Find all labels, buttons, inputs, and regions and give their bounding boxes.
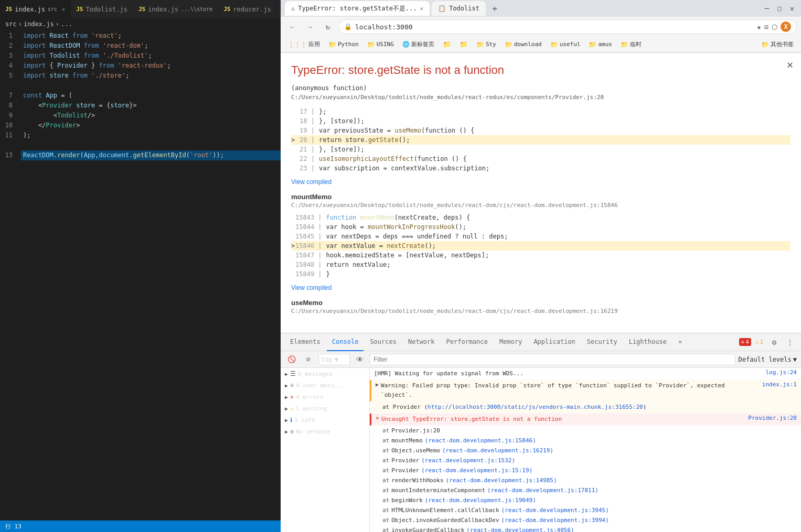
error-close-button[interactable]: ✕ [787,58,793,71]
bookmark-download[interactable]: 📁 download [501,40,545,49]
chevron-down-icon: ▼ [793,356,797,363]
js-icon-4: JS [223,6,230,13]
browser-chrome: ⚠ TypeError: store.getState不是... ✕ 📋 Tod… [281,0,801,53]
devtools-tab-application[interactable]: Application [528,333,580,351]
hmr-source[interactable]: log.js:24 [765,369,797,376]
tab-favicon-2: 📋 [438,5,446,12]
console-group-info[interactable]: ▶ ℹ 1 info [281,414,369,426]
devtools-more-btn[interactable]: ⋮ [783,335,797,349]
bookmark-amus[interactable]: 📁 amus [585,40,615,49]
console-group-errors[interactable]: ▶ ✕ 4 errors [281,391,369,403]
stack-path-2: C:/Users/xueyuanxin/Desktop/todolist/nod… [291,202,791,209]
arrow-icon-4: ▶ [285,405,288,411]
maximize-btn[interactable]: □ [775,4,784,13]
uncaught-source[interactable]: Provider.js:20 [748,415,797,421]
devtools-tab-security[interactable]: Security [582,333,623,351]
provider-link[interactable]: http://localhost:3000/static/js/vendors-… [428,404,643,410]
lock-icon: 🔒 [344,23,352,30]
trace-line-2: at mountMemo (react-dom.development.js:1… [370,436,801,446]
tab-index-js-active[interactable]: JS index.js src ✕ [0,0,71,18]
trace-link-8[interactable]: (react-dom.development.js:19049) [425,496,536,505]
console-group-user[interactable]: ▶ ⊙ 4 user mess... [281,379,369,391]
tab-todolist-js[interactable]: JS Todolist.js [71,0,133,18]
bookmark-yellow[interactable]: 📁 [456,39,471,49]
browser-tab-todolist[interactable]: 📋 Todolist [432,1,486,16]
tab-sources-label: Sources [370,338,397,345]
back-button[interactable]: ← [285,19,300,34]
verbose-icon: ⚙ [290,428,294,435]
arrow-icon: ▶ [285,371,288,377]
bookmarks-bar: ⋮⋮⋮ 应用 📁 Python 📁 USING 🌐 新标签页 📁 📁 [281,37,801,52]
trace-link-2[interactable]: (react-dom.development.js:15846) [425,436,536,445]
trace-link-3[interactable]: (react-dom.development.js:16219) [442,446,553,455]
group-icon: ⊙ [290,382,294,389]
view-compiled-link-1[interactable]: View compiled [291,178,791,186]
devtools-panel: Elements Console Sources Network Perform… [281,333,801,532]
devtools-tab-sources[interactable]: Sources [365,333,402,351]
console-group-warnings[interactable]: ▶ ⚠ 1 warning [281,403,369,414]
devtools-tab-performance[interactable]: Performance [441,333,493,351]
console-group-all[interactable]: ▶ ☰ 6 messages [281,368,369,379]
close-window-btn[interactable]: ✕ [787,4,797,13]
tab-lighthouse-label: Lighthouse [629,338,667,345]
trace-link-4[interactable]: (react.development.js:1532) [421,456,515,465]
devtools-tab-network[interactable]: Network [403,333,440,351]
default-levels-dropdown[interactable]: Default levels ▼ [739,356,797,363]
browser-content: ✕ TypeError: store.getState is not a fun… [281,53,801,532]
tab-close-btn[interactable]: ✕ [62,6,65,12]
warn-count-badge[interactable]: ⚠ 1 [753,338,765,346]
warn-count: 1 [760,339,763,345]
console-content[interactable]: ▶ ☰ 6 messages ▶ ⊙ 4 user mess... ▶ ✕ [281,368,801,532]
minimize-btn[interactable]: ─ [762,4,772,13]
code-editor[interactable]: 1 2 3 4 5 7 8 9 10 11 13 import React fr… [0,30,281,520]
console-group-verbose[interactable]: ▶ ⚙ No verbose [281,426,369,437]
tab-security-label: Security [587,338,617,345]
bookmark-using[interactable]: 📁 USING [364,40,397,49]
js-icon-2: JS [76,6,83,13]
reload-button[interactable]: ↻ [321,19,335,34]
devtools-tab-memory[interactable]: Memory [494,333,527,351]
error-count-badge[interactable]: ✕ 4 [739,338,751,346]
address-bar[interactable]: 🔒 localhost:3000 ★ ⊡ ⬡ X [338,19,797,34]
trace-line-6: at renderWithHooks (react-dom.developmen… [370,475,801,485]
bookmark-sty[interactable]: 📁 Sty [473,40,499,49]
browser-tab-close-1[interactable]: ✕ [420,5,424,12]
trace-link-7[interactable]: (react-dom.development.js:17811) [487,486,599,495]
console-filter-btn[interactable]: ⊘ [302,353,315,366]
eye-icon[interactable]: 👁 [353,353,367,366]
console-toolbar: 🚫 ⊘ top ▼ 👁 Default levels ▼ [281,351,801,368]
browser-tab-error[interactable]: ⚠ TypeError: store.getState不是... ✕ [285,1,430,16]
new-tab-button[interactable]: + [488,2,501,15]
bookmark-useful[interactable]: 📁 useful [547,40,584,49]
console-messages-list: [HMR] Waiting for update signal from WDS… [370,368,801,532]
devtools-tab-lighthouse[interactable]: Lighthouse [624,333,672,351]
console-filter-input[interactable] [370,354,735,365]
trace-link-9[interactable]: (react-dom.development.js:3945) [501,506,609,515]
trace-link-10[interactable]: (react-dom.development.js:3994) [501,516,609,525]
trace-link-6[interactable]: (react-dom.development.js:14985) [446,476,557,485]
warn-arrow[interactable]: ▶ [376,381,379,387]
bookmark-temp[interactable]: 📁 临时 [617,39,645,49]
group-info-label: 1 info [294,417,315,424]
bookmark-python[interactable]: 📁 Python [325,40,362,49]
trace-link-11[interactable]: (react-dom.development.js:4056) [466,526,574,532]
tab-reducer-js[interactable]: JS reducer.js [218,0,277,18]
warning-source[interactable]: index.js:1 [762,381,797,388]
devtools-settings-btn[interactable]: ⚙ [767,335,781,349]
forward-button[interactable]: → [303,19,317,34]
bookmark-red[interactable]: 📁 [440,39,454,49]
context-selector[interactable]: top ▼ [318,354,350,365]
list-icon: ☰ [290,370,296,377]
trace-line-4: at Provider (react.development.js:1532) [370,455,801,465]
devtools-tab-console[interactable]: Console [327,333,364,351]
trace-link-5[interactable]: (react-dom.development.js:15:19) [421,466,532,475]
view-compiled-link-2[interactable]: View compiled [291,284,791,291]
console-clear-btn[interactable]: 🚫 [285,353,298,366]
arrow-icon-5: ▶ [285,417,288,423]
bookmark-newtab[interactable]: 🌐 新标签页 [399,39,437,49]
bookmark-other[interactable]: 📁 其他书签 [758,39,797,49]
devtools-tab-more[interactable]: » [673,333,687,351]
tab-index-js-store[interactable]: JS index.js ...\\store [133,0,218,18]
bookmark-apps[interactable]: ⋮⋮⋮ 应用 [285,39,323,49]
devtools-tab-elements[interactable]: Elements [285,333,326,351]
